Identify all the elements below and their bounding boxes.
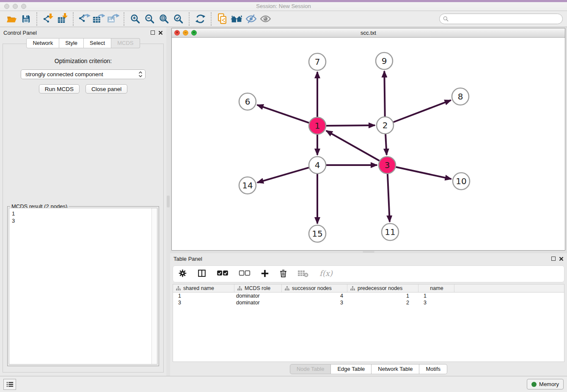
zoom-selected-button[interactable] (171, 13, 185, 25)
vertical-splitter[interactable] (166, 27, 170, 376)
add-column-button[interactable] (261, 269, 269, 279)
tab-motifs[interactable]: Motifs (419, 364, 447, 374)
table-row[interactable]: 3dominator323 (173, 299, 564, 306)
apply-layout-button[interactable] (193, 13, 207, 25)
edge-3-11[interactable] (388, 174, 390, 222)
run-mcds-button[interactable]: Run MCDS (39, 84, 80, 94)
tab-edge-table[interactable]: Edge Table (331, 364, 372, 374)
svg-text:6: 6 (245, 97, 250, 107)
tab-network-table[interactable]: Network Table (372, 364, 419, 374)
tab-mcds[interactable]: MCDS (111, 38, 140, 48)
export-image-button[interactable] (106, 13, 120, 25)
edge-2-9[interactable] (384, 71, 385, 116)
column-header-predecessor-nodes[interactable]: predecessor nodes (347, 284, 418, 292)
node-11[interactable]: 11 (382, 224, 399, 240)
control-panel-header: Control Panel (0, 27, 166, 38)
task-history-button[interactable] (3, 379, 16, 390)
table-settings-button[interactable] (178, 269, 187, 279)
search-field[interactable] (439, 14, 563, 24)
select-stepper-icon (138, 71, 143, 78)
edge-2-3[interactable] (385, 134, 387, 155)
first-neighbors-button[interactable] (229, 13, 244, 25)
duplicate-network-button[interactable] (215, 13, 229, 25)
columns-icon (197, 269, 206, 279)
deselect-all-button[interactable] (239, 270, 250, 278)
node-1[interactable]: 1 (309, 117, 326, 134)
column-header-MCDS-role[interactable]: MCDS role (234, 284, 282, 292)
table-cell: 3 (282, 299, 347, 306)
table-row[interactable]: 1dominator411 (173, 293, 564, 299)
export-network-button[interactable] (77, 13, 91, 25)
table-panel-title: Table Panel (173, 256, 202, 262)
hide-selected-button[interactable] (244, 13, 258, 25)
close-panel-button[interactable]: Close panel (85, 84, 127, 94)
delete-column-button[interactable] (279, 269, 287, 279)
zoom-out-button[interactable] (142, 13, 157, 25)
column-header-shared-name[interactable]: shared name (173, 284, 234, 292)
node-6[interactable]: 6 (239, 93, 256, 110)
node-10[interactable]: 10 (453, 173, 470, 190)
tab-network[interactable]: Network (26, 38, 59, 48)
application-window: Session: New Session Control Panel Netwo… (0, 0, 567, 392)
table-cell: 4 (282, 293, 347, 299)
import-table-button[interactable] (55, 13, 69, 25)
zoom-fit-button[interactable] (157, 13, 171, 25)
tab-style[interactable]: Style (59, 38, 84, 48)
edge-1-6[interactable] (257, 105, 309, 123)
table-cell: 3 (173, 299, 234, 306)
export-table-button[interactable] (91, 13, 106, 25)
memory-button[interactable]: Memory (527, 379, 564, 389)
result-scrollbar[interactable] (151, 208, 157, 364)
network-window-titlebar[interactable]: scc.txt ✕ − + (172, 28, 565, 38)
refresh-icon (195, 14, 206, 24)
node-3[interactable]: 3 (379, 157, 396, 174)
node-15[interactable]: 15 (309, 225, 326, 242)
column-header-successor-nodes[interactable]: successor nodes (282, 284, 347, 292)
table-float-panel-icon[interactable] (551, 257, 556, 261)
table-cell: 1 (173, 293, 234, 299)
edge-3-1[interactable] (326, 131, 380, 161)
node-8[interactable]: 8 (452, 88, 469, 105)
column-header-name[interactable]: name (418, 284, 454, 292)
node-4[interactable]: 4 (309, 157, 326, 174)
float-panel-icon[interactable] (151, 30, 155, 35)
import-network-button[interactable] (41, 13, 55, 25)
network-graph[interactable]: 1234678910111415 (172, 38, 565, 250)
search-input[interactable] (451, 16, 559, 22)
zoom-in-button[interactable] (128, 13, 142, 25)
open-file-button[interactable] (4, 13, 19, 25)
node-14[interactable]: 14 (239, 177, 256, 194)
node-7[interactable]: 7 (309, 53, 326, 70)
mcds-result-area[interactable]: 1 3 (9, 208, 157, 364)
tab-select[interactable]: Select (84, 38, 111, 48)
horizontal-splitter-handle[interactable] (363, 251, 374, 253)
edge-3-10[interactable] (396, 167, 451, 179)
table-panel: Table Panel f(x) shared nameMCDS rolesuc… (170, 253, 567, 376)
mcds-panel: Optimization criterion: strongly connect… (3, 44, 164, 373)
column-visibility-button[interactable] (197, 269, 206, 279)
edge-1-2[interactable] (326, 125, 375, 126)
eye-slash-icon (245, 14, 257, 24)
table-close-panel-icon[interactable] (559, 257, 564, 261)
import-network-icon (42, 13, 54, 25)
mcds-result-box: MCDS result (2 nodes) 1 3 (7, 206, 159, 366)
table-cell: 2 (347, 299, 418, 306)
network-canvas[interactable]: 1234678910111415 (172, 38, 565, 250)
node-9[interactable]: 9 (376, 52, 393, 69)
close-panel-icon[interactable] (158, 30, 163, 35)
export-table-icon (93, 14, 105, 24)
select-all-button[interactable] (217, 270, 228, 278)
vertical-splitter-handle[interactable] (167, 196, 170, 207)
network-and-table-area: scc.txt ✕ − + 1234678910111415 Table Pan… (170, 27, 567, 376)
optimization-criterion-select[interactable]: strongly connected component (21, 69, 146, 79)
tab-node-table[interactable]: Node Table (290, 364, 331, 374)
network-window-title: scc.txt (172, 30, 565, 36)
edge-2-8[interactable] (394, 100, 451, 122)
node-2[interactable]: 2 (377, 117, 394, 134)
edge-4-14[interactable] (257, 168, 309, 182)
node-table: shared nameMCDS rolesuccessor nodesprede… (173, 284, 564, 362)
horizontal-splitter[interactable] (170, 251, 567, 253)
svg-text:f(x): f(x) (319, 269, 333, 278)
table-cell: 1 (347, 293, 418, 299)
save-session-button[interactable] (19, 13, 33, 25)
